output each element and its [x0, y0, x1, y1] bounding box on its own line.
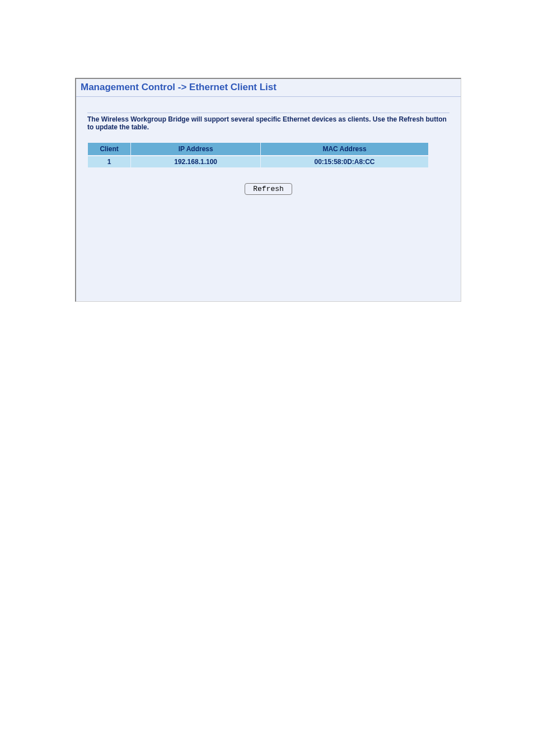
header-mac: MAC Address: [261, 143, 428, 155]
header-client: Client: [88, 143, 130, 155]
cell-client: 1: [88, 156, 130, 167]
management-panel: Management Control -> Ethernet Client Li…: [75, 78, 461, 302]
table-row: 1 192.168.1.100 00:15:58:0D:A8:CC: [88, 156, 428, 167]
table-header-row: Client IP Address MAC Address: [88, 143, 428, 155]
divider: [87, 113, 449, 113]
client-table: Client IP Address MAC Address 1 192.168.…: [87, 142, 429, 169]
header-ip: IP Address: [131, 143, 260, 155]
button-row: Refresh: [87, 183, 449, 195]
page-title: Management Control -> Ethernet Client Li…: [76, 79, 461, 97]
cell-mac: 00:15:58:0D:A8:CC: [261, 156, 428, 167]
cell-ip: 192.168.1.100: [131, 156, 260, 167]
refresh-button[interactable]: Refresh: [245, 183, 292, 195]
description-text: The Wireless Workgroup Bridge will suppo…: [87, 115, 449, 132]
content-area: The Wireless Workgroup Bridge will suppo…: [76, 97, 461, 200]
